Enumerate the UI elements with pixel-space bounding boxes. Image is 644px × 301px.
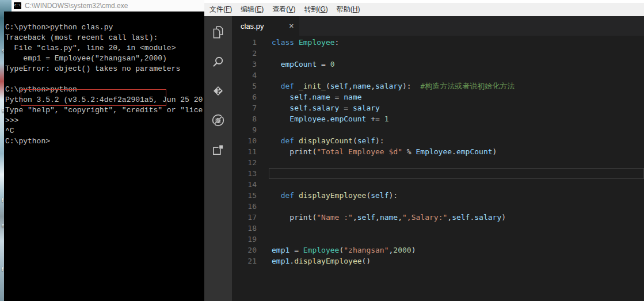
code-line-11: 11 print("Total Employee $d" % Employee.…: [232, 146, 644, 157]
line-number: 16: [232, 201, 257, 212]
line-number: 18: [232, 223, 257, 234]
code-line-text: emp1.displayEmployee(): [272, 256, 371, 266]
tab-bar: clas.py ✕: [232, 16, 644, 36]
code-line-10: 10 def displayCount(self):: [232, 135, 644, 146]
line-number: 12: [232, 157, 257, 168]
terminal-line: C:\python>: [5, 136, 204, 147]
code-line-1: 1class Employee:: [232, 37, 644, 48]
code-editor[interactable]: 1class Employee:23 empCount = 045 def _i…: [232, 36, 644, 301]
terminal-line: C:\python>python clas.py: [5, 22, 204, 33]
code-line-8: 8 Employee.empCount += 1: [232, 113, 644, 124]
code-line-9: 9: [232, 124, 644, 135]
tab-clas-py[interactable]: clas.py ✕: [232, 16, 299, 36]
activity-bar: [204, 16, 232, 301]
code-line-text: def displayEmployee(self):: [272, 190, 398, 201]
code-line-14: 14: [232, 179, 644, 190]
terminal-line: TypeError: object() takes no parameters: [5, 64, 204, 74]
editor-menubar: 文件(F)编辑(E)查看(V)转到(G)帮助(H): [204, 3, 644, 16]
code-line-13: 13: [232, 168, 644, 179]
code-line-text: self.salary = salary: [272, 102, 380, 113]
extensions-icon[interactable]: [204, 136, 232, 163]
line-number: 19: [232, 234, 257, 245]
vscode-window: 文件(F)编辑(E)查看(V)转到(G)帮助(H): [204, 0, 644, 301]
line-number: 6: [232, 92, 257, 102]
cmd-terminal-body[interactable]: C:\python>python clas.pyTraceback (most …: [4, 12, 204, 301]
line-number: 17: [232, 212, 257, 223]
code-line-text: empCount = 0: [272, 59, 335, 70]
code-line-6: 6 self.name = name: [232, 92, 644, 102]
line-number: 15: [232, 190, 257, 201]
red-annotation-box: [21, 89, 166, 106]
screen: sgf#f C:\python>python clas.pyTraceback …: [0, 0, 644, 301]
close-icon[interactable]: ✕: [289, 22, 294, 30]
code-line-text: def displayCount(self):: [272, 135, 384, 146]
menu-goto[interactable]: 转到(G): [304, 5, 327, 14]
code-line-text: class Employee:: [272, 37, 339, 48]
desktop-icon-label-fragment: f: [2, 267, 3, 272]
current-line-highlight: [269, 168, 644, 179]
line-number: 14: [232, 179, 257, 190]
terminal-line: [5, 74, 204, 85]
search-icon[interactable]: [204, 48, 232, 75]
terminal-line: File "clas.py", line 20, in <module>: [5, 43, 204, 54]
line-number: 5: [232, 81, 257, 92]
tab-label: clas.py: [241, 22, 285, 31]
code-line-19: 19: [232, 234, 644, 245]
code-line-text: print("Name :",self,name,",Salary:",self…: [272, 212, 506, 223]
cmd-icon: C:\: [14, 2, 21, 9]
line-number: 1: [232, 37, 257, 48]
terminal-output: C:\python>python clas.pyTraceback (most …: [4, 12, 204, 147]
code-line-7: 7 self.salary = salary: [232, 102, 644, 113]
line-number: 8: [232, 113, 257, 124]
code-line-text: def _init_(self,name,salary): #构造方法或者说初始…: [272, 81, 515, 92]
code-line-5: 5 def _init_(self,name,salary): #构造方法或者说…: [232, 81, 644, 92]
terminal-line: Traceback (most recent call last):: [5, 33, 204, 43]
code-line-text: emp1 = Employee("zhangsan",2000): [272, 245, 416, 256]
menu-view[interactable]: 查看(V): [272, 5, 295, 14]
code-line-text: Employee.empCount += 1: [272, 113, 389, 124]
line-number: 21: [232, 256, 257, 266]
menu-file[interactable]: 文件(F): [209, 5, 232, 14]
code-line-2: 2: [232, 48, 644, 59]
line-number: 4: [232, 70, 257, 81]
debug-icon[interactable]: [204, 106, 232, 134]
menu-help[interactable]: 帮助(H): [337, 5, 360, 14]
explorer-icon[interactable]: [204, 18, 232, 46]
code-line-text: print("Total Employee $d" % Employee.emp…: [272, 146, 497, 157]
cmd-window-title: C:\WINDOWS\system32\cmd.exe: [25, 2, 128, 10]
code-line-21: 21emp1.displayEmployee(): [232, 256, 644, 266]
source-control-icon[interactable]: [204, 77, 232, 105]
line-number: 2: [232, 48, 257, 59]
line-number: 10: [232, 135, 257, 146]
code-line-3: 3 empCount = 0: [232, 59, 644, 70]
code-line-17: 17 print("Name :",self,name,",Salary:",s…: [232, 212, 644, 223]
line-number: 7: [232, 102, 257, 113]
code-line-15: 15 def displayEmployee(self):: [232, 190, 644, 201]
desktop-icon-label-fragment: f: [2, 198, 3, 203]
terminal-line: ^C: [5, 126, 204, 136]
line-number: 20: [232, 245, 257, 256]
terminal-line: >>>: [5, 116, 204, 126]
terminal-line: emp1 = Employee("zhangsan",2000): [5, 54, 204, 64]
line-number: 13: [232, 168, 257, 179]
code-line-16: 16: [232, 201, 644, 212]
cmd-titlebar[interactable]: C:\ C:\WINDOWS\system32\cmd.exe: [12, 0, 204, 12]
code-line-12: 12: [232, 157, 644, 168]
code-line-18: 18: [232, 223, 644, 234]
code-line-20: 20emp1 = Employee("zhangsan",2000): [232, 245, 644, 256]
line-number: 9: [232, 124, 257, 135]
menu-edit[interactable]: 编辑(E): [241, 5, 264, 14]
line-number: 11: [232, 146, 257, 157]
line-number: 3: [232, 59, 257, 70]
terminal-line: Type "help", "copyright", "credits" or "…: [5, 105, 204, 116]
code-line-4: 4: [232, 70, 644, 81]
code-line-text: self.name = name: [272, 92, 362, 102]
